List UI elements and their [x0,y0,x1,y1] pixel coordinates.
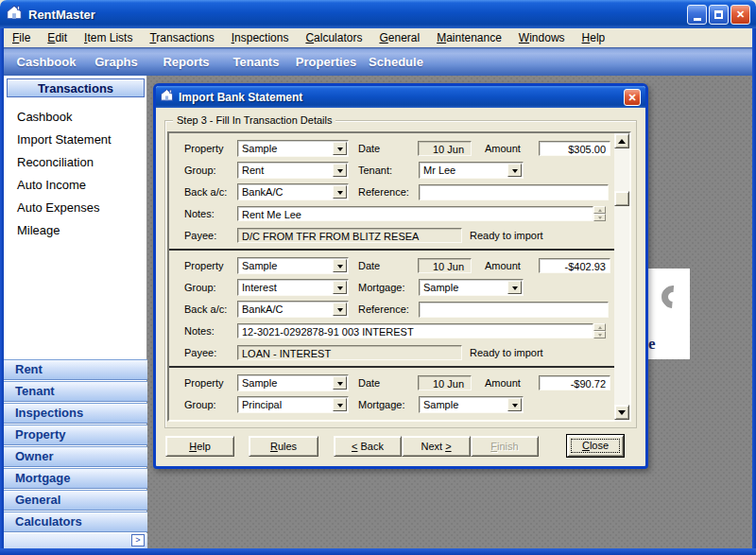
sidebar-category-mortgage[interactable]: Mortgage [4,468,147,489]
sidebar-category-owner[interactable]: Owner [4,446,147,467]
group-select[interactable]: Interest [237,279,349,296]
dropdown-arrow-icon[interactable] [333,398,347,411]
dropdown-arrow-icon[interactable] [333,303,347,316]
sidebar-item-import-statement[interactable]: Import Statement [4,129,146,151]
app-house-icon [6,4,23,25]
titlebar: RentMaster ✕ [0,0,756,28]
dropdown-arrow-icon[interactable] [507,281,522,294]
menu-inspections[interactable]: Inspections [223,29,298,46]
menu-help[interactable]: Help [574,29,614,46]
property-select[interactable]: Sample [237,140,349,157]
close-button[interactable]: ✕ [730,5,750,25]
payee-field: D/C FROM TFR FROM BLITZ RESEA [237,228,462,243]
menu-maintenance[interactable]: Maintenance [428,29,510,46]
group-value: Interest [242,282,277,293]
property-select[interactable]: Sample [237,257,349,274]
scrollbar-thumb[interactable] [614,191,629,206]
back-ac-label: Back a/c: [184,186,227,198]
date-label: Date [358,143,380,154]
date-field: 10 Jun [418,141,472,156]
menu-windows[interactable]: Windows [510,29,574,46]
toolbar-graphs[interactable]: Graphs [81,55,151,69]
notes-spinner[interactable] [593,323,606,338]
help-button[interactable]: Help [165,436,234,457]
sidebar-category-property[interactable]: Property [4,425,147,445]
payee-label: Payee: [184,230,216,241]
dialog-close-button[interactable]: ✕ [624,89,641,106]
group-value: Rent [242,165,264,176]
transaction-block: Property Sample Date 10 Jun Amount -$402… [169,251,614,368]
minimize-button[interactable] [687,5,707,25]
dropdown-arrow-icon[interactable] [333,281,347,294]
dropdown-arrow-icon[interactable] [333,185,347,199]
notes-input[interactable]: Rent Me Lee [237,206,593,221]
mortgage-label: Mortgage: [358,399,405,410]
amount-label: Amount [485,260,521,271]
reference-input[interactable] [419,184,609,200]
toolbar-tenants[interactable]: Tenants [221,55,291,69]
toolbar-properties[interactable]: Properties [291,55,361,69]
back-ac-select[interactable]: BankA/C [237,301,349,318]
reference-input[interactable] [419,302,609,318]
main-toolbar: Cashbook Graphs Reports Tenants Properti… [4,47,752,76]
menu-edit[interactable]: Edit [39,29,76,46]
notes-spinner[interactable] [593,206,606,221]
dropdown-arrow-icon[interactable] [333,164,347,177]
back-ac-select[interactable]: BankA/C [237,183,349,200]
sidebar-category-calculators[interactable]: Calculators [4,512,147,532]
sidebar-item-mileage[interactable]: Mileage [4,219,146,242]
menu-file[interactable]: File [4,29,39,46]
sidebar-item-reconciliation[interactable]: Reconciliation [4,151,146,174]
spinner-up-icon[interactable] [593,206,606,214]
toolbar-reports[interactable]: Reports [151,55,221,69]
sidebar-expand-button[interactable]: > [131,534,145,546]
sidebar: Transactions Cashbook Import Statement R… [4,76,147,548]
back-button[interactable]: < Back [334,436,402,457]
dropdown-arrow-icon[interactable] [507,398,522,411]
transactions-scrollbar[interactable] [614,133,629,420]
sidebar-category-rent[interactable]: Rent [4,359,147,380]
sidebar-footer: > [4,533,147,548]
mortgage-select[interactable]: Sample [419,396,524,413]
tenant-select[interactable]: Mr Lee [419,162,524,179]
spinner-down-icon[interactable] [593,214,606,221]
spinner-up-icon[interactable] [593,323,606,331]
dialog-body: Step 3 - Fill In Transaction Details Pro… [156,108,645,466]
scroll-down-icon[interactable] [614,405,629,420]
sidebar-item-auto-expenses[interactable]: Auto Expenses [4,197,146,219]
scroll-up-icon[interactable] [614,133,629,148]
sidebar-category-inspections[interactable]: Inspections [4,403,147,424]
sidebar-category-general[interactable]: General [4,490,147,511]
menu-transactions[interactable]: Transactions [141,29,222,46]
dropdown-arrow-icon[interactable] [507,164,522,177]
next-button[interactable]: Next > [402,436,471,457]
group-select[interactable]: Principal [237,396,349,413]
property-select[interactable]: Sample [237,374,349,391]
group-select[interactable]: Rent [237,162,349,179]
notes-input[interactable]: 12-3021-0292878-91 003 INTEREST [237,323,593,338]
dropdown-arrow-icon[interactable] [333,376,347,390]
reference-label: Reference: [358,186,409,198]
transactions-panel: Property Sample Date 10 Jun Amount $305.… [167,131,631,422]
spinner-down-icon[interactable] [593,331,606,338]
menu-calculators[interactable]: Calculators [297,29,370,46]
close-dialog-button[interactable]: Close [567,435,624,457]
dropdown-arrow-icon[interactable] [333,142,347,155]
maximize-button[interactable] [709,5,729,25]
dropdown-arrow-icon[interactable] [333,259,347,272]
close-icon: ✕ [627,92,636,104]
reference-label: Reference: [358,304,409,315]
sidebar-section-title[interactable]: Transactions [7,78,145,97]
sidebar-category-tenant[interactable]: Tenant [4,381,147,402]
menu-general[interactable]: General [370,29,428,46]
amount-label: Amount [485,377,521,389]
mortgage-select[interactable]: Sample [419,279,524,296]
date-label: Date [358,377,380,389]
sidebar-item-auto-income[interactable]: Auto Income [4,174,146,197]
toolbar-schedule[interactable]: Schedule [361,55,431,69]
close-icon: ✕ [736,9,745,21]
sidebar-item-cashbook[interactable]: Cashbook [4,106,146,129]
toolbar-cashbook[interactable]: Cashbook [11,55,81,69]
menu-item-lists[interactable]: Item Lists [76,29,141,46]
rules-button[interactable]: Rules [249,436,318,457]
